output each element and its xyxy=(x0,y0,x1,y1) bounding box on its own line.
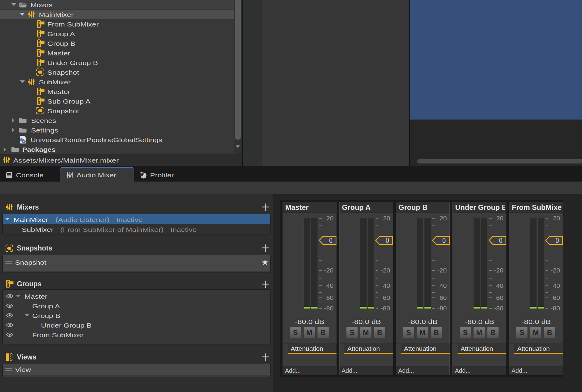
svg-text:0: 0 xyxy=(499,236,502,244)
svg-text:0: 0 xyxy=(556,236,559,244)
svg-text:0: 0 xyxy=(443,236,446,244)
svg-text:0: 0 xyxy=(386,236,389,244)
svg-text:0: 0 xyxy=(329,236,333,244)
